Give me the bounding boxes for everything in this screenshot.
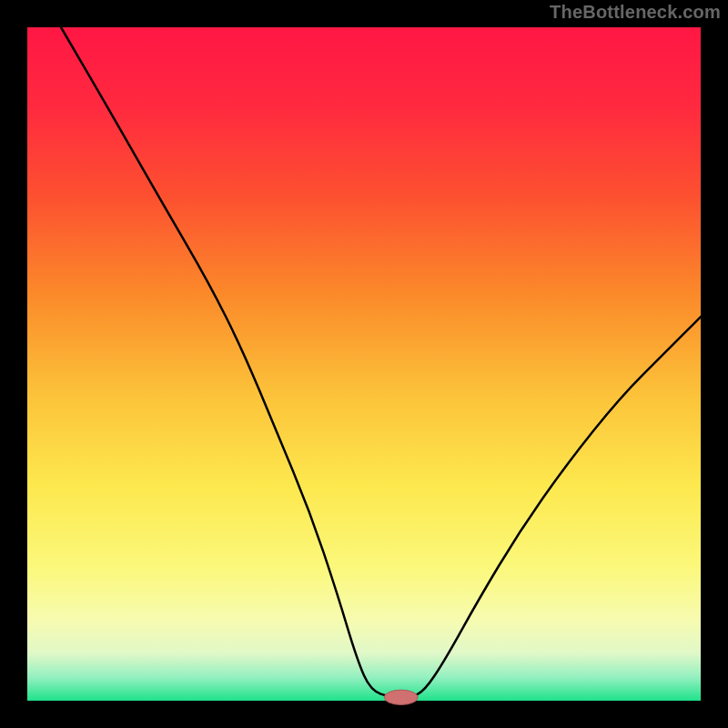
chart-frame: TheBottleneck.com	[0, 0, 728, 728]
optimum-marker	[384, 690, 418, 704]
plot-background	[27, 27, 701, 701]
attribution-label: TheBottleneck.com	[550, 2, 721, 23]
bottleneck-chart	[0, 0, 728, 728]
